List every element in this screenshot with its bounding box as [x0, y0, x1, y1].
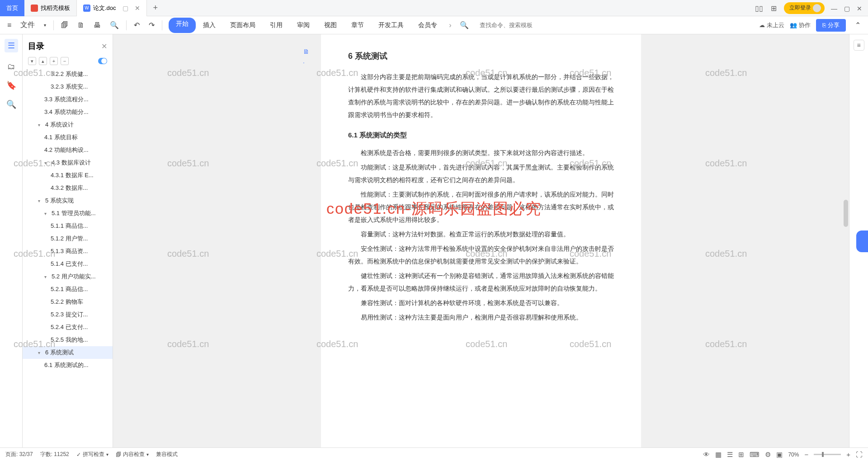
expand-all-icon[interactable]: ▴ — [39, 57, 47, 65]
outline-item[interactable]: 4.1 系统目标 — [23, 131, 113, 144]
menu-devtools[interactable]: 开发工具 — [371, 18, 411, 33]
minimize-icon[interactable]: — — [831, 5, 837, 11]
menu-layout[interactable]: 页面布局 — [223, 18, 263, 33]
page-dot-icon[interactable]: · — [303, 59, 312, 68]
outline-item[interactable]: 4.3.2 数据库... — [23, 182, 113, 194]
projector-icon[interactable]: ▢ — [123, 5, 128, 12]
redo-icon[interactable]: ↷ — [145, 18, 158, 32]
scroll-thumb[interactable] — [844, 200, 848, 227]
settings-icon[interactable]: ⚙ — [765, 451, 771, 459]
undo-icon[interactable]: ↶ — [130, 18, 143, 32]
maximize-icon[interactable]: ▢ — [844, 5, 850, 11]
outline-item[interactable]: ▾5.2 用户功能实... — [23, 270, 113, 283]
collab-button[interactable]: 👥协作 — [790, 21, 811, 29]
tab-document[interactable]: W 论文.doc ▢ ✕ — [77, 0, 147, 16]
apps-icon[interactable]: ⊞ — [769, 4, 778, 12]
zoom-fit-icon[interactable]: ▣ — [776, 451, 783, 459]
outline-item[interactable]: 3.4 系统功能分... — [23, 106, 113, 118]
menu-member[interactable]: 会员专 — [411, 18, 444, 33]
zoom-in-icon[interactable]: + — [846, 451, 850, 458]
preview-icon[interactable]: 🔍 — [106, 18, 123, 32]
page-doc-icon[interactable]: 🗎 — [303, 48, 312, 57]
cloud-status[interactable]: ☁未上云 — [759, 21, 784, 29]
menu-view[interactable]: 视图 — [317, 18, 344, 33]
add-icon[interactable]: + — [50, 57, 58, 65]
word-count[interactable]: 字数: 11252 — [40, 451, 69, 458]
zoom-out-icon[interactable]: − — [804, 451, 808, 458]
menu-icon[interactable]: ≡ — [4, 19, 15, 32]
outline-item[interactable]: 5.2.1 商品信... — [23, 283, 113, 296]
outline-item[interactable]: ▾5.1 管理员功能... — [23, 207, 113, 220]
outline-item[interactable]: 5.1.4 已支付... — [23, 258, 113, 270]
chevron-down-icon[interactable]: ▾ — [38, 350, 43, 355]
close-icon[interactable]: ✕ — [135, 5, 140, 12]
close-window-icon[interactable]: ✕ — [856, 5, 863, 11]
outline-item[interactable]: 5.2.2 购物车 — [23, 296, 113, 308]
fullscreen-icon[interactable]: ⛶ — [856, 451, 863, 458]
outline-item[interactable]: 3.2.2 系统健... — [23, 68, 113, 80]
nav-right-icon[interactable]: › — [446, 19, 454, 32]
print-icon[interactable]: 🖶 — [90, 19, 104, 32]
tools-icon[interactable]: ⌨ — [750, 451, 760, 459]
menu-chapter[interactable]: 章节 — [344, 18, 371, 33]
document-canvas[interactable]: 🗎 · 6 系统测试 这部分内容主要是把前期编码完成的系统，当成是计算机系统的一… — [113, 34, 849, 447]
outline-item[interactable]: 5.1.3 商品资... — [23, 245, 113, 258]
outline-item[interactable]: 5.2.4 已支付... — [23, 321, 113, 334]
compat-mode[interactable]: 兼容模式 — [156, 451, 178, 458]
chevron-down-icon[interactable]: ▾ — [44, 211, 50, 216]
menu-review[interactable]: 审阅 — [290, 18, 317, 33]
outline-item[interactable]: ▾4.3 数据库设计 — [23, 156, 113, 169]
outline-item[interactable]: 5.2.3 提交订... — [23, 308, 113, 321]
outline-item[interactable]: ▾6 系统测试 — [23, 346, 113, 359]
new-tab-button[interactable]: + — [147, 3, 165, 13]
search-input[interactable] — [478, 20, 541, 30]
outline-mode-icon[interactable]: ⊞ — [738, 451, 744, 459]
outline-item[interactable]: 5.1.1 商品信... — [23, 220, 113, 232]
vertical-scrollbar[interactable] — [844, 34, 848, 447]
read-mode-icon[interactable]: 👁 — [703, 451, 710, 458]
outline-item[interactable]: 4.2 功能结构设... — [23, 144, 113, 156]
files-icon[interactable]: 🗂 — [6, 61, 16, 71]
chevron-down-icon[interactable]: ▾ — [38, 198, 43, 203]
layout-icon[interactable]: ▯▯ — [755, 4, 763, 12]
save-icon[interactable]: 🗐 — [57, 19, 72, 32]
menu-insert[interactable]: 插入 — [196, 18, 223, 33]
outline-item[interactable]: 6.1 系统测试的... — [23, 359, 113, 372]
page-indicator[interactable]: 页面: 32/37 — [5, 451, 33, 458]
web-mode-icon[interactable]: ☰ — [727, 451, 733, 459]
file-chevron-icon[interactable]: ▾ — [40, 20, 50, 30]
zoom-level[interactable]: 70% — [788, 452, 799, 458]
zoom-slider[interactable] — [814, 454, 841, 455]
outline-item[interactable]: 5.1.2 用户管... — [23, 232, 113, 245]
collapse-icon[interactable]: ⌃ — [851, 18, 864, 32]
export-icon[interactable]: 🗎 — [74, 19, 88, 32]
outline-item[interactable]: 5.2.5 我的地... — [23, 334, 113, 346]
menu-start[interactable]: 开始 — [169, 18, 196, 33]
document-content[interactable]: 6 系统测试 这部分内容主要是把前期编码完成的系统，当成是计算机系统的一部分，并… — [321, 48, 641, 324]
file-menu[interactable]: 文件 — [17, 18, 38, 33]
share-button[interactable]: ⎘分享 — [816, 19, 846, 32]
find-icon[interactable]: 🔍 — [6, 99, 16, 109]
side-tab-button[interactable] — [856, 230, 868, 252]
remove-icon[interactable]: − — [61, 57, 69, 65]
sync-toggle[interactable] — [98, 58, 107, 64]
panel-toggle-icon[interactable]: ≡ — [854, 40, 864, 51]
chevron-down-icon[interactable]: ▾ — [44, 274, 50, 279]
chevron-down-icon[interactable]: ▾ — [44, 160, 50, 165]
layout-mode-icon[interactable]: ▦ — [715, 451, 722, 459]
zoom-thumb[interactable] — [822, 452, 824, 457]
outline-close-icon[interactable]: ✕ — [101, 42, 107, 51]
menu-reference[interactable]: 引用 — [263, 18, 290, 33]
content-check-button[interactable]: 🗐内容检查 ▾ — [116, 451, 149, 458]
login-button[interactable]: 立即登录 — [784, 2, 825, 14]
tab-template[interactable]: 找稻壳模板 — [24, 0, 77, 16]
outline-icon[interactable]: ☰ — [5, 39, 18, 52]
outline-item[interactable]: ▾5 系统实现 — [23, 194, 113, 207]
outline-item[interactable]: 3.2.3 系统安... — [23, 80, 113, 93]
outline-item[interactable]: 4.3.1 数据库 E... — [23, 169, 113, 182]
outline-item[interactable]: ▾4 系统设计 — [23, 118, 113, 131]
bookmark-icon[interactable]: 🔖 — [6, 80, 16, 90]
search-icon[interactable]: 🔍 — [456, 18, 472, 32]
collapse-all-icon[interactable]: ▾ — [28, 57, 36, 65]
chevron-down-icon[interactable]: ▾ — [38, 122, 43, 127]
